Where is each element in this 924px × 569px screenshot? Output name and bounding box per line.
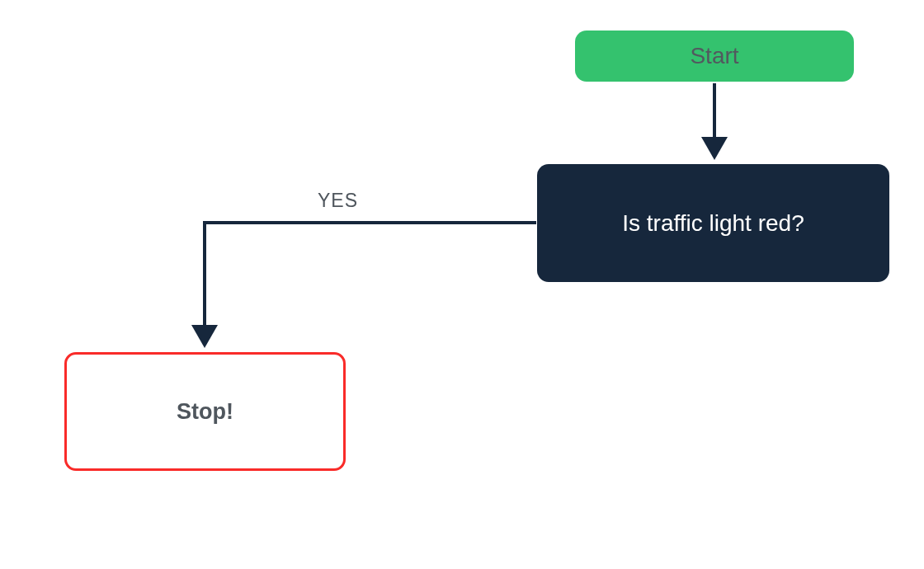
edge-label-yes: YES bbox=[318, 190, 358, 212]
flowchart-edges bbox=[0, 0, 924, 569]
stop-label: Stop! bbox=[177, 399, 233, 425]
start-node: Start bbox=[575, 31, 854, 82]
decision-label: Is traffic light red? bbox=[622, 210, 804, 237]
stop-node: Stop! bbox=[64, 352, 346, 471]
start-label: Start bbox=[690, 43, 738, 69]
edge-decision-stop-yes bbox=[205, 223, 536, 341]
decision-node: Is traffic light red? bbox=[537, 164, 889, 282]
flowchart-canvas: Start Is traffic light red? Stop! YES bbox=[0, 0, 924, 569]
